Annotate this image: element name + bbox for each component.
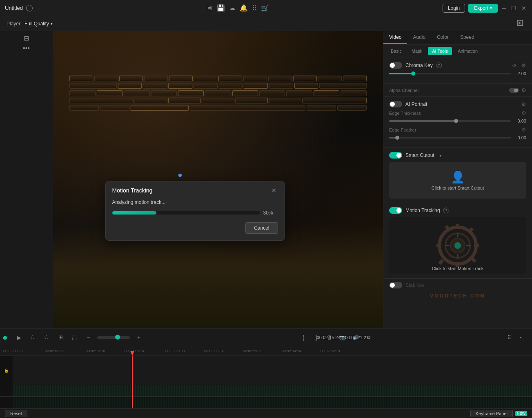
edge-feather-label: Edge Feather: [389, 127, 518, 132]
split-button[interactable]: ⊞: [56, 333, 65, 342]
minimize-button[interactable]: ─: [501, 5, 508, 11]
audio-track-2-panel: [0, 398, 13, 409]
edge-feather-settings-icon[interactable]: ⚙: [521, 127, 526, 133]
chroma-key-settings-icon[interactable]: ⚙: [521, 63, 526, 69]
keyframe-panel-button[interactable]: Keyframe Panel: [470, 410, 513, 417]
edge-thickness-row: Edge Thickness ⚙: [389, 110, 526, 116]
maximize-button[interactable]: ❐: [511, 5, 517, 11]
chroma-key-slider[interactable]: [389, 73, 511, 74]
alpha-channel-toggle[interactable]: [509, 88, 519, 93]
svg-point-11: [454, 242, 461, 249]
audio-track-2-content: [0, 398, 532, 409]
alpha-settings-icon[interactable]: ⚙: [521, 87, 526, 93]
ai-portrait-toggle[interactable]: [389, 101, 402, 107]
settings-icon[interactable]: ⚙: [364, 333, 374, 342]
cancel-button[interactable]: Cancel: [245, 222, 278, 234]
zoom-in-button[interactable]: +: [134, 333, 144, 342]
save-icon[interactable]: 💾: [217, 4, 225, 12]
edge-thickness-thumb[interactable]: [454, 119, 458, 123]
second-bar: Player Full Quality ▾ 🖼: [0, 16, 532, 31]
tab-speed[interactable]: Speed: [454, 31, 480, 44]
smart-cutout-toggle[interactable]: [389, 152, 402, 159]
record-button[interactable]: ⏺: [0, 333, 10, 342]
motion-tracking-help-icon[interactable]: ?: [443, 208, 449, 213]
chroma-key-thumb[interactable]: [411, 72, 415, 76]
filter-icon[interactable]: ⊟: [24, 34, 29, 42]
bracket-close-icon[interactable]: }: [312, 333, 321, 342]
login-button[interactable]: Login: [443, 4, 465, 13]
mark-in-button[interactable]: ⬡: [28, 333, 38, 342]
ai-portrait-knob: [390, 102, 395, 107]
grid-layout-icon[interactable]: ⠿: [504, 333, 514, 342]
playhead-dot: [178, 174, 182, 177]
tab-video[interactable]: Video: [383, 31, 407, 44]
subtab-animation[interactable]: Animation: [454, 47, 482, 55]
svg-rect-10: [438, 259, 444, 265]
snapshot-icon[interactable]: 🖼: [516, 19, 525, 28]
audio-icon[interactable]: 🔊: [351, 333, 361, 342]
edge-feather-fill: [389, 137, 395, 139]
chroma-key-refresh-icon[interactable]: ↺: [512, 63, 516, 69]
cloud-icon[interactable]: ☁: [229, 4, 236, 12]
quality-select[interactable]: Full Quality ▾: [24, 21, 53, 27]
play-button[interactable]: ▶: [14, 333, 24, 342]
quality-value: Full Quality: [24, 21, 49, 27]
motion-tracking-toggle[interactable]: [389, 207, 402, 214]
audio-track-1: [0, 385, 532, 397]
subtab-ai-tools[interactable]: AI Tools: [428, 47, 452, 55]
smart-cutout-preview[interactable]: 👤 Click to start Smart Cutout: [389, 162, 526, 199]
watermark-text: VMODTECH.COM: [430, 293, 485, 299]
progress-bar-bg: [112, 211, 260, 215]
more-options-icon[interactable]: •••: [23, 45, 30, 52]
zoom-out-button[interactable]: −: [83, 333, 93, 342]
edge-feather-thumb[interactable]: [395, 136, 399, 140]
chroma-key-label: Chroma Key: [405, 63, 433, 68]
audio-track-2: [0, 398, 532, 409]
tab-color[interactable]: Color: [431, 31, 454, 44]
edge-thickness-settings-icon[interactable]: ⚙: [521, 110, 526, 116]
chroma-key-help-icon[interactable]: ?: [436, 63, 442, 68]
edge-thickness-fill: [389, 120, 456, 122]
top-bar-center: 🖥 💾 ☁ 🔔 ⠿ 🛒: [206, 4, 269, 12]
smart-cutout-section: Smart Cutout ▾ 👤 Click to start Smart Cu…: [383, 148, 532, 203]
smart-cutout-dropdown-icon[interactable]: ▾: [439, 153, 441, 158]
chroma-key-fill: [389, 73, 411, 74]
dialog-body: Analyzing motion track... 30% Cancel: [106, 198, 285, 240]
preview-controls: { } 🖥 📷 🔊 ⚙: [298, 333, 374, 342]
video-track-content: 🔒: [0, 356, 532, 385]
snapshot-icon[interactable]: 📷: [338, 333, 347, 342]
zoom-thumb[interactable]: [115, 335, 120, 340]
edge-feather-slider[interactable]: [389, 137, 511, 139]
bell-icon[interactable]: 🔔: [240, 4, 248, 12]
subtab-mask[interactable]: Mask: [407, 47, 426, 55]
edge-thickness-slider[interactable]: [389, 120, 511, 122]
stabilize-toggle[interactable]: [389, 282, 402, 288]
dialog-close-button[interactable]: ✕: [270, 186, 278, 194]
motion-tracking-preview[interactable]: Click to start Motion Track: [389, 217, 526, 274]
bracket-open-icon[interactable]: {: [298, 333, 308, 342]
mark-out-button[interactable]: ⬡: [42, 333, 51, 342]
bottom-status-bar: Reset Keyframe Panel NEW: [0, 408, 532, 418]
subtab-basic[interactable]: Basic: [387, 47, 406, 55]
chroma-key-toggle[interactable]: [389, 62, 402, 69]
title-status-icon: [26, 5, 33, 11]
monitor-icon[interactable]: 🖥: [206, 4, 213, 12]
cart-icon[interactable]: 🛒: [261, 4, 269, 12]
monitor-icon[interactable]: 🖥: [325, 333, 334, 342]
close-button[interactable]: ✕: [521, 5, 527, 11]
export-button[interactable]: Export ▾: [468, 4, 498, 13]
crop-button[interactable]: ⬚: [69, 333, 79, 342]
grid-icon[interactable]: ⠿: [252, 4, 257, 12]
motion-tracking-click-text: Click to start Motion Track: [432, 266, 484, 271]
edge-feather-value: 0.00: [514, 135, 526, 140]
second-bar-right: 🖼: [516, 19, 525, 28]
zoom-slider[interactable]: [97, 336, 130, 339]
chroma-key-section: Chroma Key ? ↺ ⚙ 2.00: [383, 58, 532, 84]
more-options-icon[interactable]: •: [516, 333, 525, 342]
ai-portrait-settings-icon[interactable]: ⚙: [521, 101, 526, 107]
reset-button[interactable]: Reset: [5, 410, 27, 417]
tab-audio[interactable]: Audio: [407, 31, 431, 44]
ai-portrait-section: AI Portrait ⚙ Edge Thickness ⚙ 0.00: [383, 97, 532, 148]
edge-thickness-container: Edge Thickness ⚙ 0.00: [389, 110, 526, 123]
top-bar-right: Login Export ▾ ─ ❐ ✕: [443, 4, 527, 13]
